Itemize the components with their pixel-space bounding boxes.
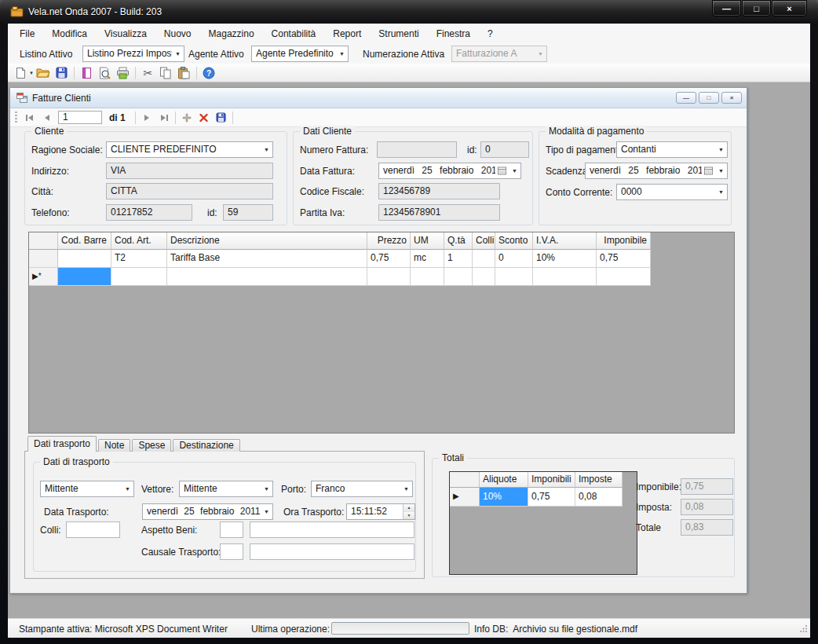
save-icon[interactable] <box>53 65 70 81</box>
column-header[interactable]: UM <box>411 232 444 250</box>
grid-cell[interactable] <box>411 268 444 286</box>
move-last-icon[interactable] <box>155 110 173 126</box>
menu-visualizza[interactable]: Visualizza <box>96 24 155 44</box>
column-header[interactable]: Q.tà <box>444 232 473 250</box>
print-preview-icon[interactable] <box>97 65 113 81</box>
new-document-icon[interactable] <box>13 65 29 81</box>
grid-cell[interactable] <box>444 268 473 286</box>
titlebar[interactable]: Vela.net Onda 2007 - Build: 203 — □ × <box>0 0 818 24</box>
column-header[interactable]: Prezzo <box>367 232 411 250</box>
grid-corner-cell[interactable] <box>29 232 58 250</box>
help-icon[interactable]: ? <box>201 65 217 81</box>
child-close-button[interactable]: × <box>721 92 742 104</box>
row-selector[interactable]: ▶ <box>450 488 480 507</box>
close-button[interactable]: × <box>772 0 807 16</box>
grid-cell[interactable]: 0,08 <box>575 488 623 507</box>
data-fattura-picker[interactable]: venerdì 25 febbraio 2011 ▼ <box>378 163 521 179</box>
grid-cell[interactable]: 0,75 <box>528 488 575 507</box>
grid-cell[interactable] <box>533 268 597 286</box>
agente-attivo-select[interactable]: Agente Predefinito ▼ <box>251 46 349 62</box>
column-header[interactable]: Sconto <box>495 232 533 250</box>
menu-magazzino[interactable]: Magazzino <box>200 24 263 44</box>
mittente-select[interactable]: Mittente ▼ <box>40 481 134 497</box>
conto-corrente-select[interactable]: 0000 ▼ <box>616 184 728 200</box>
aspetto-beni-code-field[interactable] <box>220 521 243 538</box>
delete-icon[interactable] <box>195 110 213 126</box>
tipo-pagamento-select[interactable]: Contanti ▼ <box>616 141 728 158</box>
move-next-icon[interactable] <box>138 110 155 126</box>
spin-up-icon[interactable]: ▲ <box>404 504 414 512</box>
column-header[interactable]: Colli <box>473 232 495 250</box>
grid-cell[interactable]: mc <box>411 250 444 268</box>
column-header[interactable]: Imposte <box>575 472 623 488</box>
grid-cell[interactable] <box>167 268 367 286</box>
record-position-input[interactable]: 1 <box>58 111 102 124</box>
tab-spese[interactable]: Spese <box>132 439 171 452</box>
vettore-select[interactable]: Mittente ▼ <box>179 481 273 497</box>
menu-nuovo[interactable]: Nuovo <box>155 24 200 44</box>
column-header[interactable]: I.V.A. <box>533 232 597 250</box>
grid-cell[interactable] <box>473 250 495 268</box>
row-header[interactable] <box>29 250 58 268</box>
colli-field[interactable] <box>66 521 120 538</box>
add-new-icon[interactable] <box>178 110 195 126</box>
move-previous-icon[interactable] <box>38 110 56 126</box>
save-record-icon[interactable] <box>213 110 230 126</box>
grid-cell[interactable]: Tariffa Base <box>167 250 367 268</box>
grid-cell[interactable] <box>473 268 495 286</box>
resize-grip-icon[interactable] <box>799 624 808 635</box>
causale-field[interactable] <box>250 543 414 560</box>
archive-book-icon[interactable] <box>79 65 95 81</box>
grid-cell[interactable] <box>367 268 411 286</box>
porto-select[interactable]: Franco ▼ <box>311 481 413 497</box>
menu-strumenti[interactable]: Strumenti <box>370 24 427 44</box>
scadenza-picker[interactable]: venerdì 25 febbraio 2011 ▼ <box>585 163 728 179</box>
copy-icon[interactable] <box>158 65 174 81</box>
menu-help[interactable]: ? <box>479 24 502 44</box>
spin-down-icon[interactable]: ▼ <box>404 512 414 520</box>
column-header[interactable]: Descrizione <box>167 232 367 250</box>
maximize-button[interactable]: □ <box>742 0 771 16</box>
child-minimize-button[interactable]: — <box>676 92 696 104</box>
grid-cell[interactable]: 0,75 <box>367 250 411 268</box>
paste-icon[interactable] <box>176 65 192 81</box>
menu-modifica[interactable]: Modifica <box>43 24 96 44</box>
tab-note[interactable]: Note <box>98 439 130 452</box>
open-folder-icon[interactable] <box>35 65 52 81</box>
move-first-icon[interactable] <box>21 110 38 126</box>
cut-icon[interactable]: ✂ <box>140 65 156 81</box>
grid-cell[interactable]: 1 <box>444 250 473 268</box>
child-restore-button[interactable]: □ <box>699 92 719 104</box>
tab-dati-trasporto[interactable]: Dati trasporto <box>27 436 97 452</box>
column-header[interactable]: Imponibile <box>597 232 651 250</box>
grid-cell[interactable]: 0,75 <box>597 250 651 268</box>
data-trasporto-picker[interactable]: venerdì 25 febbraio 2011 ▼ <box>142 503 273 520</box>
grid-cell[interactable]: 0 <box>495 250 533 268</box>
selected-cell[interactable] <box>58 268 111 286</box>
menu-report[interactable]: Report <box>324 24 370 44</box>
aspetto-beni-field[interactable] <box>250 521 414 538</box>
column-header[interactable]: Aliquote <box>480 472 528 488</box>
child-titlebar[interactable]: Fatture Clienti — □ × <box>10 88 747 108</box>
new-document-dropdown-icon[interactable]: ▼ <box>29 71 34 75</box>
grid-cell[interactable]: T2 <box>111 250 167 268</box>
ora-trasporto-spinner[interactable]: 15:11:52 ▲▼ <box>346 503 415 520</box>
column-header[interactable]: Cod. Barre <box>58 232 111 250</box>
minimize-button[interactable]: — <box>712 0 741 16</box>
print-icon[interactable] <box>115 65 131 81</box>
tab-destinazione[interactable]: Destinazione <box>173 439 239 452</box>
spinner-buttons[interactable]: ▲▼ <box>403 504 414 519</box>
selected-cell[interactable]: 10% <box>480 488 528 507</box>
listino-attivo-select[interactable]: Listino Prezzi Imposti ▼ <box>82 46 184 62</box>
column-header[interactable]: Imponibili <box>528 472 575 488</box>
column-header[interactable]: Cod. Art. <box>111 232 167 250</box>
new-row-indicator[interactable]: ▶* <box>29 268 58 286</box>
grid-cell[interactable] <box>58 250 111 268</box>
ragione-sociale-select[interactable]: CLIENTE PREDEFINITO ▼ <box>106 141 273 158</box>
toolbar-grip[interactable] <box>15 112 17 123</box>
causale-code-field[interactable] <box>220 543 243 560</box>
menu-file[interactable]: File <box>11 24 43 44</box>
grid-corner-cell[interactable] <box>450 472 480 488</box>
grid-cell[interactable]: 10% <box>533 250 597 268</box>
grid-cell[interactable] <box>597 268 651 286</box>
